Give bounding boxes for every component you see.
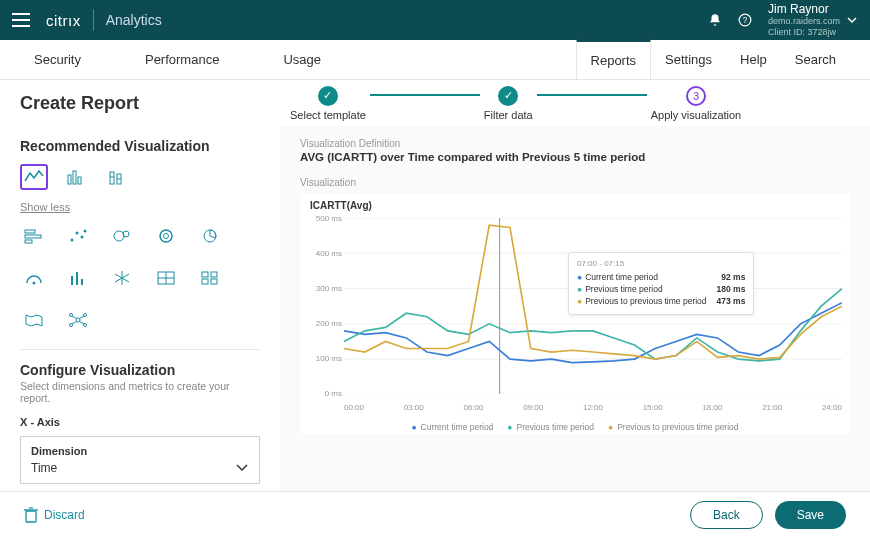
nav-search[interactable]: Search <box>781 40 850 79</box>
svg-line-43 <box>72 322 77 325</box>
viz-bubble-icon[interactable] <box>108 223 136 249</box>
step-select-template[interactable]: ✓ Select template <box>290 86 366 121</box>
dimension-select[interactable]: Time <box>31 461 249 475</box>
bell-icon[interactable] <box>708 13 722 27</box>
svg-marker-35 <box>26 315 42 326</box>
svg-rect-11 <box>25 240 32 243</box>
nav-security[interactable]: Security <box>20 52 95 67</box>
viz-pie-icon[interactable] <box>196 223 224 249</box>
recommended-title: Recommended Visualization <box>20 138 260 154</box>
nav-help[interactable]: Help <box>726 40 781 79</box>
footer: Discard Back Save <box>0 491 870 537</box>
step-apply-visualization[interactable]: 3 Apply visualization <box>651 86 742 121</box>
viz-bar-stacked-icon[interactable] <box>104 164 132 190</box>
svg-line-44 <box>80 322 85 325</box>
svg-rect-3 <box>73 171 76 184</box>
x-axis-label: X - Axis <box>20 416 260 428</box>
save-button[interactable]: Save <box>775 501 846 529</box>
dimension-box: Dimension Time <box>20 436 260 484</box>
viz-network-icon[interactable] <box>64 307 92 333</box>
show-less-link[interactable]: Show less <box>20 201 70 213</box>
user-name: Jim Raynor <box>768 2 840 16</box>
configure-subtitle: Select dimensions and metrics to create … <box>20 380 260 404</box>
viz-gauge-icon[interactable] <box>20 265 48 291</box>
dimension-label: Dimension <box>31 445 249 457</box>
svg-point-16 <box>114 231 124 241</box>
viz-hbar-icon[interactable] <box>20 223 48 249</box>
viz-map-icon[interactable] <box>20 307 48 333</box>
chevron-down-icon <box>846 14 858 26</box>
svg-point-15 <box>84 230 87 233</box>
viz-donut-icon[interactable] <box>152 223 180 249</box>
viz-line-icon[interactable] <box>20 164 48 190</box>
help-icon[interactable]: ? <box>738 13 752 27</box>
dimension-value: Time <box>31 461 57 475</box>
step-filter-data[interactable]: ✓ Filter data <box>484 86 533 121</box>
svg-rect-2 <box>68 175 71 184</box>
product-name: Analytics <box>106 12 162 28</box>
svg-point-36 <box>76 318 80 322</box>
nav-usage[interactable]: Usage <box>269 52 335 67</box>
y-axis-labels: 500 ms400 ms300 ms200 ms100 ms0 ms <box>306 214 342 398</box>
chart: ICARTT(Avg) 500 ms400 ms300 ms200 ms100 … <box>300 194 850 434</box>
svg-line-41 <box>72 316 77 319</box>
x-axis-labels: 00:0003:0006:0009:0012:0015:0018:0021:00… <box>344 403 842 412</box>
stepper: ✓ Select template ✓ Filter data 3 Apply … <box>290 86 850 121</box>
stepper-row: Create Report ✓ Select template ✓ Filter… <box>0 80 870 126</box>
brand-logo: citrıx <box>46 12 81 29</box>
divider <box>93 9 94 31</box>
svg-rect-33 <box>202 279 208 284</box>
svg-rect-5 <box>110 172 114 184</box>
page-title: Create Report <box>20 93 280 114</box>
svg-line-42 <box>80 316 85 319</box>
user-menu[interactable]: Jim Raynor demo.raiders.com Client ID: 3… <box>768 2 858 38</box>
svg-rect-4 <box>78 177 81 184</box>
svg-text:?: ? <box>743 16 748 25</box>
top-bar: citrıx Analytics ? Jim Raynor demo.raide… <box>0 0 870 40</box>
svg-point-21 <box>33 282 36 285</box>
chart-title: ICARTT(Avg) <box>310 200 372 211</box>
chevron-down-icon <box>235 463 249 473</box>
trash-icon <box>24 507 38 523</box>
viz-scatter-icon[interactable] <box>64 223 92 249</box>
tooltip-time: 07:00 - 07:15 <box>577 259 745 268</box>
svg-point-12 <box>71 239 74 242</box>
menu-icon[interactable] <box>12 13 30 27</box>
left-panel: Recommended Visualization Show less Conf… <box>0 126 280 537</box>
viz-label: Visualization <box>300 177 850 188</box>
nav-reports[interactable]: Reports <box>576 39 652 79</box>
right-panel: Visualization Definition AVG (ICARTT) ov… <box>280 126 870 537</box>
nav-settings[interactable]: Settings <box>651 40 726 79</box>
step-connector <box>370 94 480 96</box>
viz-column-icon[interactable] <box>64 265 92 291</box>
svg-point-18 <box>160 230 172 242</box>
svg-point-14 <box>81 236 84 239</box>
back-button[interactable]: Back <box>690 501 763 529</box>
svg-point-19 <box>164 234 169 239</box>
viz-tiles-icon[interactable] <box>196 265 224 291</box>
chart-legend: Current time period Previous time period… <box>300 422 850 432</box>
svg-rect-31 <box>202 272 208 277</box>
viz-grid-icon[interactable] <box>152 265 180 291</box>
discard-button[interactable]: Discard <box>24 507 85 523</box>
svg-rect-9 <box>25 230 35 233</box>
viz-def-text: AVG (ICARTT) over Time compared with Pre… <box>300 151 850 163</box>
nav-performance[interactable]: Performance <box>131 52 233 67</box>
step-connector <box>537 94 647 96</box>
svg-point-13 <box>76 232 79 235</box>
svg-rect-34 <box>211 279 217 284</box>
svg-rect-52 <box>26 511 36 522</box>
viz-def-label: Visualization Definition <box>300 138 850 149</box>
svg-rect-32 <box>211 272 217 277</box>
user-domain: demo.raiders.com <box>768 16 840 27</box>
chart-tooltip: 07:00 - 07:15 ●Current time period92 ms … <box>568 252 754 315</box>
viz-snowflake-icon[interactable] <box>108 265 136 291</box>
user-client-id: Client ID: 3728jw <box>768 27 840 38</box>
separator <box>20 349 260 350</box>
viz-bar-grouped-icon[interactable] <box>62 164 90 190</box>
configure-title: Configure Visualization <box>20 362 260 378</box>
nav-bar: Security Performance Usage Reports Setti… <box>0 40 870 80</box>
svg-rect-10 <box>25 235 41 238</box>
